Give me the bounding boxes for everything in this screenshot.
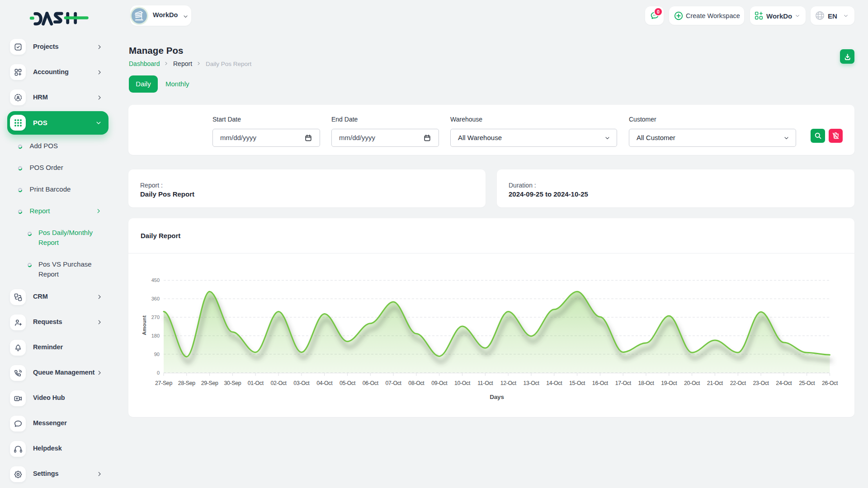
svg-text:17-Oct: 17-Oct <box>615 380 632 386</box>
svg-text:360: 360 <box>151 296 160 301</box>
svg-text:08-Oct: 08-Oct <box>408 380 425 386</box>
svg-text:03-Oct: 03-Oct <box>293 380 310 386</box>
svg-text:29-Sep: 29-Sep <box>201 380 218 386</box>
svg-text:30-Sep: 30-Sep <box>224 380 241 386</box>
svg-text:06-Oct: 06-Oct <box>363 380 379 386</box>
svg-text:12-Oct: 12-Oct <box>500 380 517 386</box>
svg-text:05-Oct: 05-Oct <box>340 380 356 386</box>
svg-text:15-Oct: 15-Oct <box>569 380 585 386</box>
svg-text:18-Oct: 18-Oct <box>638 380 654 386</box>
svg-text:13-Oct: 13-Oct <box>523 380 539 386</box>
svg-text:23-Oct: 23-Oct <box>753 380 769 386</box>
svg-text:0: 0 <box>157 370 160 375</box>
svg-text:21-Oct: 21-Oct <box>707 380 723 386</box>
svg-text:22-Oct: 22-Oct <box>730 380 746 386</box>
svg-text:180: 180 <box>151 333 160 338</box>
svg-text:28-Sep: 28-Sep <box>178 380 195 386</box>
svg-text:01-Oct: 01-Oct <box>248 380 264 386</box>
svg-text:11-Oct: 11-Oct <box>477 380 493 386</box>
svg-text:Days: Days <box>490 394 504 400</box>
svg-text:09-Oct: 09-Oct <box>431 380 448 386</box>
svg-text:90: 90 <box>154 352 160 357</box>
svg-text:26-Oct: 26-Oct <box>822 380 838 386</box>
svg-text:270: 270 <box>151 314 160 320</box>
svg-text:25-Oct: 25-Oct <box>799 380 815 386</box>
svg-text:20-Oct: 20-Oct <box>684 380 700 386</box>
svg-text:07-Oct: 07-Oct <box>386 380 402 386</box>
svg-text:14-Oct: 14-Oct <box>546 380 562 386</box>
svg-text:24-Oct: 24-Oct <box>776 380 792 386</box>
svg-text:04-Oct: 04-Oct <box>316 380 333 386</box>
svg-text:Amount: Amount <box>142 315 147 335</box>
svg-text:02-Oct: 02-Oct <box>271 380 287 386</box>
svg-text:19-Oct: 19-Oct <box>661 380 677 386</box>
svg-text:16-Oct: 16-Oct <box>592 380 609 386</box>
svg-text:27-Sep: 27-Sep <box>155 380 172 386</box>
svg-text:10-Oct: 10-Oct <box>454 380 471 386</box>
svg-text:450: 450 <box>151 277 160 283</box>
